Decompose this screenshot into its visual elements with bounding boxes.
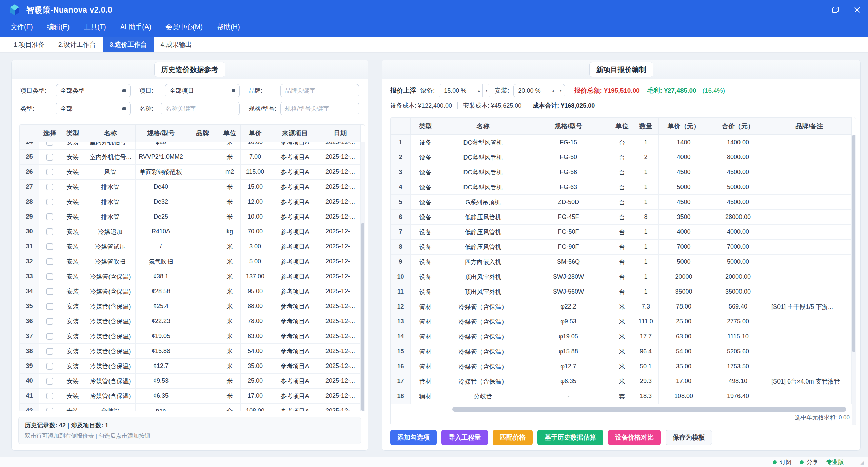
row-checkbox[interactable]	[46, 363, 53, 370]
row-select-cell[interactable]	[39, 150, 60, 165]
menu-item[interactable]: 工具(T)	[77, 20, 113, 34]
row-checkbox[interactable]	[46, 243, 53, 250]
row-select-cell[interactable]	[39, 142, 60, 150]
row-select-cell[interactable]	[39, 374, 60, 389]
row-checkbox[interactable]	[46, 169, 53, 175]
history-table-row[interactable]: 36安装冷媒管(含保温)¢22.23米78.00参考项目A2025-12-...	[20, 314, 361, 329]
filter-select[interactable]: 全部类型	[56, 84, 131, 97]
install-markup-up-icon[interactable]: ▲	[550, 84, 557, 97]
action-button[interactable]: 匹配价格	[493, 430, 533, 445]
tab-cost-workbench[interactable]: 3.造价工作台	[103, 37, 154, 52]
quotation-table-row[interactable]: 16管材冷媒管（含保温）φ12.7米50.135.001753.50	[391, 359, 852, 374]
row-select-cell[interactable]	[39, 209, 60, 224]
row-checkbox[interactable]	[46, 348, 53, 355]
device-markup-value[interactable]: 15.00 %	[439, 84, 475, 97]
action-button[interactable]: 添加勾选项	[390, 430, 437, 445]
menu-item[interactable]: 帮助(H)	[210, 20, 247, 34]
history-table-row[interactable]: 42安装分歧管nan套108.00参考项目A2025-12-...	[20, 404, 361, 411]
history-table-row[interactable]: 37安装冷媒管(含保温)¢19.05米63.00参考项目A2025-12-...	[20, 329, 361, 344]
history-table-row[interactable]: 26安装风管单面彩钢酚醛板m2115.00参考项目A2025-12-...	[20, 165, 361, 180]
filter-input[interactable]	[161, 102, 240, 115]
quotation-table-row[interactable]: 19管材冷媒管（含保温）φ28.6米20.895.001976.00	[391, 404, 852, 405]
quotation-table-row[interactable]: 5设备G系列吊顶机ZD-50D台145004500.00	[391, 195, 852, 210]
row-checkbox[interactable]	[46, 288, 53, 295]
device-markup-up-icon[interactable]: ▲	[475, 84, 482, 97]
row-select-cell[interactable]	[39, 284, 60, 299]
row-checkbox[interactable]	[46, 378, 53, 385]
filter-input[interactable]	[280, 84, 359, 97]
history-table-row[interactable]: 41安装冷媒管(含保温)¢6.35米17.00参考项目A2025-12-...	[20, 389, 361, 404]
row-checkbox[interactable]	[46, 408, 53, 411]
row-checkbox[interactable]	[46, 258, 53, 265]
filter-select[interactable]: 全部项目	[165, 84, 240, 97]
history-table-row[interactable]: 29安装排水管De25米10.00参考项目A2025-12-...	[20, 209, 361, 224]
menu-item[interactable]: 会员中心(M)	[158, 20, 210, 34]
filter-select[interactable]: 全部	[56, 102, 131, 115]
action-button[interactable]: 导入工程量	[441, 430, 488, 445]
quotation-horizontal-scrollbar[interactable]	[395, 407, 852, 412]
row-select-cell[interactable]	[39, 389, 60, 404]
row-select-cell[interactable]	[39, 239, 60, 254]
row-select-cell[interactable]	[39, 180, 60, 194]
history-table-row[interactable]: 24安装室内外机信号...φ20米10.00参考项目A2025-12-...	[20, 142, 361, 150]
row-select-cell[interactable]	[39, 329, 60, 344]
filter-input[interactable]	[280, 102, 359, 115]
row-select-cell[interactable]	[39, 165, 60, 180]
quotation-table-row[interactable]: 8设备低静压风管机FG-90F台170007000.00	[391, 240, 852, 255]
row-checkbox[interactable]	[46, 333, 53, 340]
row-checkbox[interactable]	[46, 199, 53, 205]
row-select-cell[interactable]	[39, 314, 60, 329]
history-table-row[interactable]: 28安装排水管De32米12.00参考项目A2025-12-...	[20, 194, 361, 209]
row-select-cell[interactable]	[39, 299, 60, 314]
install-markup-down-icon[interactable]: ▼	[557, 84, 565, 97]
row-select-cell[interactable]	[39, 359, 60, 374]
tab-output[interactable]: 4.成果输出	[154, 37, 199, 52]
history-scrollbar-thumb[interactable]	[361, 223, 364, 411]
action-button[interactable]: 基于历史数据估算	[537, 430, 603, 445]
row-select-cell[interactable]	[39, 254, 60, 269]
quotation-table-row[interactable]: 6设备低静压风管机FG-45F台8350028000.00	[391, 210, 852, 225]
history-table-row[interactable]: 25安装室内外机信号...RVVP2*1.0MM2米7.00参考项目A2025-…	[20, 150, 361, 165]
close-button[interactable]	[846, 0, 868, 20]
menu-item[interactable]: 文件(F)	[3, 20, 40, 34]
quotation-table-row[interactable]: 3设备DC薄型风管机FG-56台145004500.00	[391, 165, 852, 180]
history-table-row[interactable]: 30安装冷媒追加R410Akg70.00参考项目A2025-12-...	[20, 224, 361, 239]
maximize-button[interactable]	[825, 0, 846, 20]
device-markup-spinner[interactable]: 15.00 % ▲ ▼	[439, 84, 490, 97]
quotation-table-row[interactable]: 1设备DC薄型风管机FG-15台114001400.00	[391, 135, 852, 150]
history-vertical-scrollbar[interactable]	[361, 142, 365, 411]
history-table-row[interactable]: 35安装冷媒管(含保温)¢25.4米88.00参考项目A2025-12-...	[20, 299, 361, 314]
quotation-table-row[interactable]: 12管材冷媒管（含保温）φ22.2米7.378.00569.40[S01] 主干…	[391, 299, 852, 314]
subscribe-item[interactable]: 订阅	[773, 458, 791, 466]
resize-grip-icon[interactable]: ◢	[860, 460, 864, 465]
history-table-row[interactable]: 32安装冷媒管吹扫氮气吹扫米5.00参考项目A2025-12-...	[20, 254, 361, 269]
row-select-cell[interactable]	[39, 344, 60, 359]
history-table-row[interactable]: 39安装冷媒管(含保温)¢12.7米35.00参考项目A2025-12-...	[20, 359, 361, 374]
row-select-cell[interactable]	[39, 194, 60, 209]
quotation-table-row[interactable]: 7设备低静压风管机FG-50F台140004000.00	[391, 225, 852, 240]
menu-item[interactable]: 编辑(E)	[40, 20, 77, 34]
quotation-table-row[interactable]: 10设备顶出风室外机SWJ-280W台12000020000.00	[391, 269, 852, 284]
row-checkbox[interactable]	[46, 142, 53, 146]
install-markup-spinner[interactable]: 20.00 % ▲ ▼	[513, 84, 565, 97]
history-table-row[interactable]: 34安装冷媒管(含保温)¢28.58米95.00参考项目A2025-12-...	[20, 284, 361, 299]
edition-badge[interactable]: 专业版	[826, 458, 844, 466]
quotation-table-row[interactable]: 17管材冷媒管（含保温）φ6.35米29.317.00498.10[S01] 6…	[391, 374, 852, 389]
quotation-table-row[interactable]: 4设备DC薄型风管机FG-63台150005000.00	[391, 180, 852, 195]
quotation-table-row[interactable]: 2设备DC薄型风管机FG-50台240008000.00	[391, 150, 852, 165]
quotation-table-row[interactable]: 13管材冷媒管（含保温）φ9.53米111.025.002775.00	[391, 314, 852, 329]
quotation-table-row[interactable]: 18辅材分歧管-套18.3108.001976.40	[391, 389, 852, 404]
share-item[interactable]: 分享	[800, 458, 818, 466]
row-checkbox[interactable]	[46, 213, 53, 220]
quotation-table-row[interactable]: 15管材冷媒管（含保温）φ15.88米96.454.005205.60	[391, 344, 852, 359]
row-checkbox[interactable]	[46, 393, 53, 399]
row-select-cell[interactable]	[39, 224, 60, 239]
device-markup-down-icon[interactable]: ▼	[482, 84, 490, 97]
quotation-hscrollbar-thumb[interactable]	[452, 407, 846, 412]
row-select-cell[interactable]	[39, 404, 60, 411]
menu-item[interactable]: AI 助手(A)	[113, 20, 158, 34]
quotation-table-row[interactable]: 9设备四方向嵌入机SM-56Q台150005000.00	[391, 255, 852, 269]
install-markup-value[interactable]: 20.00 %	[514, 84, 550, 97]
row-select-cell[interactable]	[39, 269, 60, 284]
quotation-table-row[interactable]: 11设备顶出风室外机SWJ-560W台13500035000.00	[391, 284, 852, 299]
